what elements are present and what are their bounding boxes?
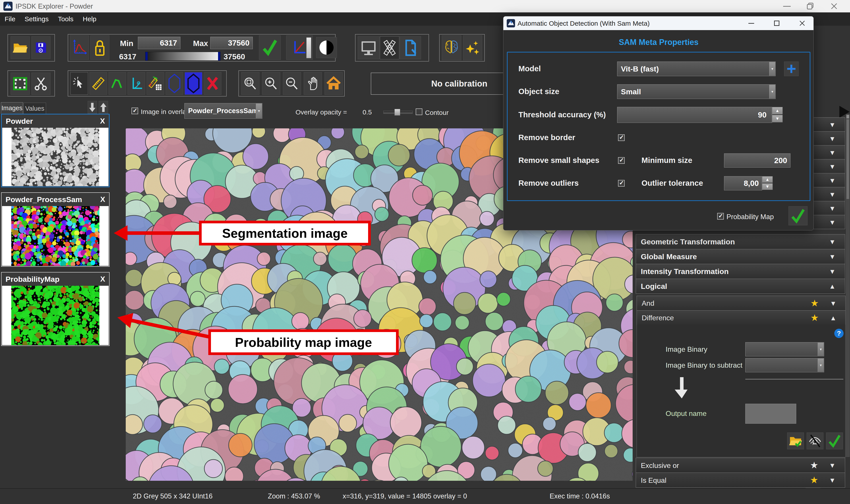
sidebar-item-difference[interactable]: Difference ★ ▲ <box>637 310 846 325</box>
select-region-button[interactable] <box>11 73 30 95</box>
lut-gradient-bar[interactable] <box>145 52 220 61</box>
collapse-icon[interactable]: ▼ <box>829 253 836 260</box>
scrollbar-thumb[interactable] <box>847 119 849 199</box>
probability-map-checkbox[interactable] <box>717 213 724 220</box>
favorite-star-icon[interactable]: ★ <box>810 461 818 470</box>
dropdown-arrow-icon[interactable]: ▾ <box>769 62 775 76</box>
close-thumbnail-button[interactable]: X <box>100 275 105 283</box>
dialog-maximize-button[interactable] <box>768 16 785 30</box>
help-button[interactable]: ? <box>834 328 844 339</box>
screen-button[interactable] <box>358 36 379 59</box>
remove-outliers-checkbox[interactable] <box>618 180 625 186</box>
fit-view-button[interactable] <box>325 72 343 95</box>
collapse-icon[interactable]: ▼ <box>829 238 836 246</box>
sidebar-section-global-measure[interactable]: Global Measure ▼ <box>636 249 845 264</box>
app-minimize-button[interactable] <box>777 0 797 12</box>
overlay-image-select[interactable]: Powder_ProcessSam ▾ <box>184 103 262 119</box>
lut-curve-button[interactable] <box>286 35 313 60</box>
load-params-button[interactable] <box>787 432 804 449</box>
ai-brain-button[interactable] <box>442 35 461 60</box>
spin-up-icon[interactable]: ▲ <box>762 176 773 183</box>
segmentation-thumbnail-image[interactable] <box>11 206 100 266</box>
sidebar-item-exclusive-or[interactable]: Exclusive or ★ ▼ <box>636 458 845 473</box>
polygon-roi-filled-button[interactable] <box>185 72 202 95</box>
sidebar-section-intensity-transformation[interactable]: Intensity Transformation ▼ <box>636 264 845 279</box>
opacity-slider-handle[interactable] <box>395 109 400 115</box>
expand-icon[interactable]: ▲ <box>830 314 836 322</box>
favorite-star-icon[interactable]: ★ <box>810 313 819 323</box>
run-operation-button[interactable] <box>826 432 843 449</box>
image-binary-select[interactable]: ▾ <box>745 342 824 356</box>
outlier-tolerance-field[interactable]: 8,00 <box>724 176 762 190</box>
contour-checkbox[interactable] <box>416 108 422 115</box>
object-size-select[interactable]: Small ▾ <box>617 84 776 99</box>
scrollbar-top-button[interactable] <box>847 115 849 119</box>
open-file-button[interactable] <box>11 36 30 59</box>
close-thumbnail-button[interactable]: X <box>100 117 105 125</box>
lut-scrollbar[interactable] <box>306 37 311 58</box>
collapse-icon[interactable]: ▼ <box>830 300 836 307</box>
tab-values[interactable]: Values <box>23 103 46 114</box>
probabilitymap-thumbnail-image[interactable] <box>11 286 100 345</box>
remove-small-shapes-checkbox[interactable] <box>618 157 625 164</box>
collapse-icon[interactable]: ▼ <box>829 268 836 275</box>
spin-down-icon[interactable]: ▼ <box>762 183 773 190</box>
output-name-input[interactable] <box>745 404 796 424</box>
crossed-rulers-button[interactable] <box>380 36 399 59</box>
sidebar-item-and[interactable]: And ★ ▼ <box>637 296 846 310</box>
minimum-size-field[interactable]: 200 <box>724 154 791 167</box>
delete-roi-button[interactable] <box>204 72 221 95</box>
threshold-spinner[interactable]: ▲ ▼ <box>772 107 783 122</box>
min-value-field[interactable]: 6317 <box>138 37 180 49</box>
export-view-button[interactable] <box>400 36 421 59</box>
dropdown-arrow-icon[interactable]: ▾ <box>769 85 775 98</box>
ruler-tool-button[interactable] <box>89 72 107 95</box>
menu-file[interactable]: File <box>0 15 20 23</box>
threshold-accuracy-field[interactable]: 90 <box>617 107 772 123</box>
expand-icon[interactable]: ▲ <box>829 283 836 290</box>
dialog-minimize-button[interactable] <box>742 16 760 30</box>
favorite-star-icon[interactable]: ★ <box>810 299 819 308</box>
tab-images[interactable]: Images <box>1 102 23 114</box>
outlier-spinner[interactable]: ▲ ▼ <box>762 176 773 190</box>
sidebar-scrollbar[interactable] <box>846 114 850 457</box>
thumbnail-panel-powder[interactable]: Powder X <box>1 114 110 187</box>
dialog-close-button[interactable] <box>793 16 811 30</box>
app-restore-button[interactable] <box>800 0 820 12</box>
preview-toggle-button[interactable] <box>807 432 824 449</box>
powder-thumbnail-image[interactable] <box>12 128 99 186</box>
model-select[interactable]: Vit-B (fast) ▾ <box>617 61 776 76</box>
dialog-titlebar[interactable]: Automatic Object Detection (With Sam Met… <box>503 16 813 30</box>
collapse-icon[interactable]: ▼ <box>829 462 836 469</box>
angle-tool-button[interactable] <box>127 72 145 95</box>
measure-table-tool-button[interactable] <box>147 72 164 95</box>
move-image-down-button[interactable] <box>88 101 97 114</box>
sidebar-section-logical[interactable]: Logical ▲ <box>636 279 845 294</box>
polyline-tool-button[interactable] <box>108 72 126 95</box>
menu-help[interactable]: Help <box>78 15 101 23</box>
spin-up-icon[interactable]: ▲ <box>772 107 783 114</box>
favorite-star-icon[interactable]: ★ <box>810 475 818 485</box>
thumbnail-panel-probabilitymap[interactable]: ProbabilityMap X <box>1 272 110 346</box>
pan-button[interactable] <box>304 72 322 95</box>
image-binary-subtract-select[interactable]: ▾ <box>745 358 824 372</box>
image-in-overlay-checkbox[interactable] <box>131 108 138 114</box>
pointer-tool-button[interactable] <box>70 72 88 95</box>
spin-down-icon[interactable]: ▼ <box>772 115 783 122</box>
dialog-run-button[interactable] <box>789 206 808 225</box>
dropdown-arrow-icon[interactable]: ▾ <box>256 104 262 118</box>
app-close-button[interactable] <box>824 0 845 12</box>
remove-border-checkbox[interactable] <box>618 134 625 141</box>
apply-range-button[interactable] <box>259 35 281 60</box>
lock-range-button[interactable] <box>90 35 109 60</box>
invert-contrast-button[interactable] <box>316 37 337 58</box>
histogram-button[interactable] <box>70 35 89 60</box>
zoom-in-button[interactable] <box>262 72 280 95</box>
collapse-icon[interactable]: ▼ <box>829 476 836 484</box>
save-button[interactable] <box>32 36 51 59</box>
sidebar-item-is-equal[interactable]: Is Equal ★ ▼ <box>636 472 845 488</box>
zoom-out-button[interactable] <box>283 72 301 95</box>
dropdown-arrow-icon[interactable]: ▾ <box>818 343 824 356</box>
menu-tools[interactable]: Tools <box>53 15 78 23</box>
add-model-button[interactable] <box>784 61 799 76</box>
